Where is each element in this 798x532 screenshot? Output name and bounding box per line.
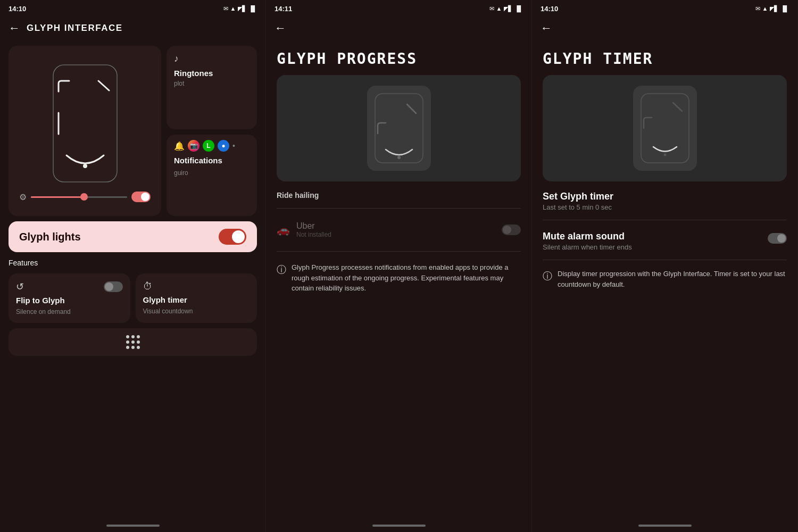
battery-icon-2: ▐▌ (514, 5, 523, 12)
home-indicator-1 (0, 519, 265, 532)
back-button-3[interactable]: ← (541, 21, 552, 35)
glyph-device-svg (43, 60, 128, 187)
mute-alarm-info: Mute alarm sound Silent alarm when timer… (543, 231, 761, 251)
status-icons-3: ✉ ▲ ◤▋ ▐▌ (755, 5, 789, 12)
dot-3 (137, 335, 140, 338)
screen1-content: ⚙ ♪ Ringtones plot (0, 41, 265, 519)
info-text: Glyph Progress processes notifications f… (292, 262, 521, 294)
svg-point-6 (397, 156, 401, 159)
ringtones-card[interactable]: ♪ Ringtones plot (167, 46, 257, 129)
flip-subtitle: Silence on demand (16, 308, 123, 315)
glyph-lights-row[interactable]: Glyph lights (9, 221, 257, 252)
svg-line-8 (673, 103, 682, 111)
battery-icon-3: ▐▌ (780, 5, 789, 12)
ride-hailing-heading: Ride hailing (277, 191, 521, 200)
glyph-timer-inner (633, 86, 697, 171)
divider-4 (543, 260, 787, 260)
svg-point-3 (83, 164, 87, 168)
signal-icon-2: ◤▋ (504, 5, 512, 12)
signal-icon-3: ◤▋ (770, 5, 778, 12)
wifi-icon-1: ▲ (230, 5, 236, 12)
glyph-progress-svg (372, 91, 426, 165)
uber-icon: 🚗 (277, 223, 290, 236)
notifications-title: Notifications (174, 156, 250, 165)
screen-3: 14:10 ✉ ▲ ◤▋ ▐▌ ← GLYPH TIMER (532, 0, 798, 532)
wifi-icon-3: ▲ (762, 5, 768, 12)
back-button-2[interactable]: ← (275, 21, 286, 35)
info-section: ⓘ Glyph Progress processes notifications… (277, 262, 521, 294)
uber-name: Uber (296, 221, 495, 231)
glyph-controls: ⚙ (15, 192, 155, 202)
dot-6 (137, 340, 140, 344)
more-features-card[interactable] (9, 328, 257, 356)
top-cards: ⚙ ♪ Ringtones plot (9, 46, 257, 216)
back-button-1[interactable]: ← (9, 21, 20, 35)
glyph-timer-title: GLYPH TIMER (543, 50, 787, 68)
mute-alarm-toggle[interactable] (768, 233, 787, 244)
glyph-lights-label: Glyph lights (19, 231, 81, 243)
instagram-icon: 📷 (188, 140, 200, 152)
glyph-progress-title: GLYPH PROGRESS (277, 50, 521, 68)
mute-alarm-row: Mute alarm sound Silent alarm when timer… (543, 231, 787, 251)
email-icon-2: ✉ (489, 5, 494, 12)
slider-thumb (80, 193, 88, 201)
email-icon-3: ✉ (755, 5, 760, 12)
flip-to-glyph-card[interactable]: ↺ Flip to Glyph Silence on demand (9, 273, 130, 323)
glyph-timer-svg (638, 91, 692, 165)
glyph-progress-inner (367, 86, 431, 171)
status-time-2: 14:11 (275, 5, 292, 13)
battery-icon-1: ▐▌ (248, 5, 257, 12)
slider-fill (31, 196, 84, 198)
glyph-timer-card[interactable]: ⏱ Glyph timer Visual countdown (136, 273, 257, 323)
ringtones-subtitle: plot (174, 80, 250, 87)
home-bar-1 (106, 525, 160, 527)
dot-5 (131, 340, 135, 344)
flip-toggle[interactable] (104, 281, 123, 292)
notifications-card[interactable]: 🔔 📷 L ● • Notifications guiro (167, 135, 257, 216)
uber-toggle (502, 225, 521, 235)
set-timer-subtitle: Last set to 5 min 0 sec (543, 203, 787, 211)
signal-icon-1: ◤▋ (238, 5, 246, 12)
dot-1 (126, 335, 129, 338)
set-timer-section[interactable]: Set Glyph timer Last set to 5 min 0 sec (543, 191, 787, 211)
home-bar-2 (372, 525, 426, 527)
set-timer-title: Set Glyph timer (543, 191, 787, 202)
top-bar-1: ← GLYPH INTERFACE (0, 17, 265, 41)
bell-icon: 🔔 (174, 141, 185, 151)
brightness-slider[interactable] (31, 196, 127, 198)
dots-grid (126, 335, 140, 349)
status-icons-2: ✉ ▲ ◤▋ ▐▌ (489, 5, 523, 12)
glyph-toggle-small[interactable] (131, 192, 151, 202)
mute-alarm-subtitle: Silent alarm when timer ends (543, 243, 761, 251)
display-timer-section: ⓘ Display timer progression with the Gly… (543, 269, 787, 289)
top-bar-3: ← (532, 17, 797, 41)
home-bar-3 (638, 525, 692, 527)
svg-point-9 (663, 154, 666, 156)
page-title-1: GLYPH INTERFACE (27, 23, 123, 34)
dot-4 (126, 340, 129, 344)
wifi-icon-2: ▲ (496, 5, 502, 12)
ringtones-title: Ringtones (174, 69, 250, 78)
display-timer-info-icon: ⓘ (543, 270, 552, 289)
dot-7 (126, 346, 129, 349)
svg-rect-7 (641, 94, 689, 163)
svg-line-5 (407, 104, 416, 113)
flip-card-top: ↺ (16, 281, 123, 293)
divider-1 (277, 208, 521, 209)
dot-9 (137, 346, 140, 349)
home-indicator-3 (532, 519, 797, 532)
divider-2 (277, 251, 521, 252)
display-timer-text: Display timer progression with the Glyph… (558, 269, 787, 289)
notif-icons-row: 🔔 📷 L ● • (174, 140, 250, 152)
info-icon: ⓘ (277, 263, 286, 294)
screen3-content: GLYPH TIMER Set Glyph timer Last set to … (532, 41, 797, 519)
screen-1: 14:10 ✉ ▲ ◤▋ ▐▌ ← GLYPH INTERFACE (0, 0, 266, 532)
status-bar-1: 14:10 ✉ ▲ ◤▋ ▐▌ (0, 0, 265, 17)
features-grid: ↺ Flip to Glyph Silence on demand ⏱ Glyp… (9, 273, 257, 323)
dot-8 (131, 346, 135, 349)
glyph-lights-toggle[interactable] (219, 229, 246, 245)
status-time-1: 14:10 (9, 5, 26, 13)
gear-icon[interactable]: ⚙ (19, 192, 27, 202)
glyph-preview-card[interactable]: ⚙ (9, 46, 161, 216)
music-icon: ♪ (174, 53, 250, 64)
